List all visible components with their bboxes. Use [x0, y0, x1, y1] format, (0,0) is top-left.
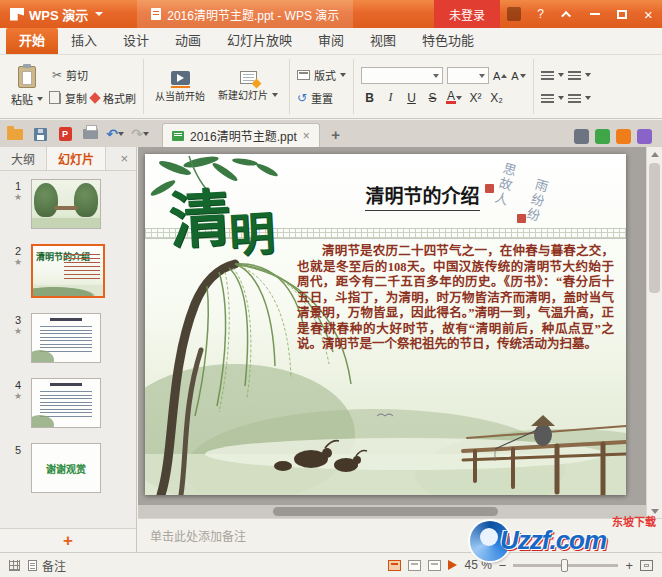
- grow-font-button[interactable]: A: [493, 70, 507, 82]
- slide-canvas[interactable]: 清明节的介绍 思故人 雨纷纷 清明 清明节是农历二十四节气之一，在仲春与暮春之交…: [145, 154, 626, 495]
- document-tab-active[interactable]: 2016清明节主题.ppt ×: [162, 123, 320, 147]
- slide-thumbnail-3[interactable]: 3 ★: [0, 313, 136, 363]
- slideshow-play-button[interactable]: [448, 560, 457, 570]
- slide-number: 3: [15, 314, 21, 326]
- grow-font-label: A: [493, 70, 500, 82]
- tab-view[interactable]: 视图: [357, 28, 409, 54]
- panel-close-icon[interactable]: ×: [112, 151, 136, 166]
- fit-slide-button[interactable]: [640, 560, 653, 571]
- menu-caret-icon: [95, 12, 103, 16]
- notes-toggle-button[interactable]: 备注: [28, 557, 66, 574]
- help-button[interactable]: ?: [527, 0, 554, 28]
- thumb-text-lines: [40, 391, 92, 419]
- zoom-in-button[interactable]: +: [625, 559, 633, 572]
- font-size-combo[interactable]: [447, 67, 489, 84]
- document-icon: [151, 8, 161, 20]
- notes-toggle-label: 备注: [42, 557, 66, 574]
- zoom-slider[interactable]: [513, 564, 618, 567]
- save-button[interactable]: [29, 122, 51, 146]
- add-slide-button[interactable]: +: [41, 532, 95, 549]
- tab-animation[interactable]: 动画: [162, 28, 214, 54]
- print-button[interactable]: [79, 122, 101, 146]
- tab-home[interactable]: 开始: [6, 28, 58, 54]
- redo-button[interactable]: [129, 122, 151, 146]
- open-button[interactable]: [4, 122, 26, 146]
- reading-view-button[interactable]: [428, 560, 441, 571]
- numbered-list-button[interactable]: [568, 66, 591, 84]
- format-painter-button[interactable]: 格式刷: [91, 89, 136, 107]
- layout-icon: [297, 70, 310, 80]
- undo-button[interactable]: [104, 122, 126, 146]
- wps-logo-icon: [10, 8, 24, 21]
- paste-button[interactable]: 粘贴: [7, 64, 47, 109]
- titlebar-controls: 未登录 ? ×: [434, 0, 662, 28]
- italic-button[interactable]: I: [382, 89, 399, 106]
- export-pdf-button[interactable]: [54, 122, 76, 146]
- tab-special-features[interactable]: 特色功能: [409, 28, 487, 54]
- superscript-button[interactable]: X²: [467, 89, 484, 106]
- skin-button[interactable]: [500, 0, 527, 28]
- login-button[interactable]: 未登录: [434, 0, 500, 28]
- new-slide-button[interactable]: 新建幻灯片: [214, 69, 282, 104]
- slides-panel: 大纲 幻灯片 × 1 ★ 2 ★: [0, 147, 137, 552]
- calligraphy-title[interactable]: 清明: [167, 185, 278, 253]
- underline-button[interactable]: U: [403, 89, 420, 106]
- new-document-tab-button[interactable]: +: [325, 122, 347, 146]
- zoom-out-button[interactable]: −: [499, 559, 507, 572]
- play-from-current-button[interactable]: 从当前开始: [151, 69, 209, 105]
- slide-thumbnail-4[interactable]: 4 ★: [0, 378, 136, 428]
- bold-button[interactable]: B: [361, 89, 378, 106]
- slide-thumbnail-2-selected[interactable]: 2 ★ 清明节的介绍: [0, 244, 136, 298]
- bullet-list-button[interactable]: [541, 66, 564, 84]
- scroll-down-button[interactable]: [647, 504, 662, 518]
- slide-thumbnail-5[interactable]: 5 谢谢观赏: [0, 443, 136, 493]
- docbar-extras: [574, 129, 658, 144]
- scroll-up-button[interactable]: [647, 147, 662, 161]
- reset-button[interactable]: 重置: [297, 89, 346, 107]
- tab-close-icon[interactable]: ×: [303, 130, 310, 142]
- font-color-button[interactable]: A: [445, 89, 463, 106]
- caret-down-icon: [37, 97, 43, 101]
- notes-pane[interactable]: 单击此处添加备注: [138, 518, 662, 552]
- thumb-caption-text: 谢谢观赏: [46, 461, 86, 476]
- horizontal-scrollbar-thumb[interactable]: [273, 507, 498, 516]
- skin-shop-icon[interactable]: [637, 129, 652, 144]
- font-name-combo[interactable]: [361, 67, 443, 84]
- document-tab-title: 2016清明节主题.ppt: [190, 127, 297, 144]
- screenshot-icon[interactable]: [574, 129, 589, 144]
- slide-body-textbox[interactable]: 清明节是农历二十四节气之一，在仲春与暮春之交，也就是冬至后的108天。中国汉族传…: [297, 244, 614, 353]
- zoom-value[interactable]: 45 %: [464, 558, 491, 572]
- docer-icon[interactable]: [595, 129, 610, 144]
- cut-button[interactable]: 剪切: [52, 66, 136, 84]
- apps-icon[interactable]: [616, 129, 631, 144]
- tab-outline[interactable]: 大纲: [0, 147, 46, 170]
- collapse-ribbon-button[interactable]: [554, 0, 581, 28]
- wps-menu-button[interactable]: WPS 演示: [0, 0, 111, 28]
- vertical-scrollbar[interactable]: [646, 147, 662, 518]
- minimize-button[interactable]: [581, 0, 608, 28]
- subscript-button[interactable]: X₂: [488, 89, 505, 106]
- titlebar-document-tab[interactable]: 2016清明节主题.ppt - WPS 演示: [137, 0, 353, 28]
- tab-review[interactable]: 审阅: [305, 28, 357, 54]
- slide-sorter-view-button[interactable]: [408, 560, 421, 571]
- copy-button[interactable]: 复制: [52, 89, 87, 107]
- maximize-button[interactable]: [608, 0, 635, 28]
- align-button[interactable]: [541, 89, 564, 107]
- zoom-slider-thumb[interactable]: [561, 559, 568, 572]
- shrink-font-button[interactable]: A: [511, 70, 525, 82]
- slide-title-text: 清明节的介绍: [365, 186, 479, 211]
- tab-slideshow[interactable]: 幻灯片放映: [214, 28, 305, 54]
- thumb-hill: [33, 285, 103, 296]
- close-button[interactable]: ×: [635, 0, 662, 28]
- horizontal-scrollbar[interactable]: [138, 505, 646, 518]
- strikethrough-button[interactable]: S: [424, 89, 441, 106]
- normal-view-button[interactable]: [388, 560, 401, 571]
- tab-insert[interactable]: 插入: [58, 28, 110, 54]
- grid-icon[interactable]: [9, 560, 20, 571]
- vertical-scrollbar-thumb[interactable]: [649, 163, 660, 293]
- slide-thumbnail-1[interactable]: 1 ★: [0, 179, 136, 229]
- layout-button[interactable]: 版式: [297, 66, 346, 84]
- tab-design[interactable]: 设计: [110, 28, 162, 54]
- line-spacing-button[interactable]: [568, 89, 591, 107]
- tab-slides[interactable]: 幻灯片: [46, 147, 106, 170]
